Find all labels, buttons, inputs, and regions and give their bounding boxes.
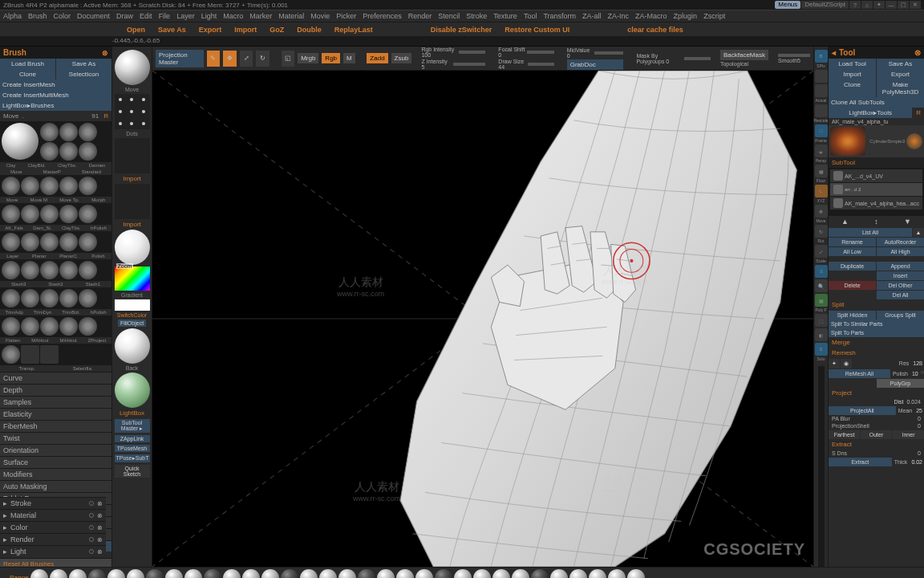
maskpoly-slider[interactable]: Mask By Polygroups 0 [636,53,711,64]
brush-thumb[interactable] [21,233,39,251]
delother-button[interactable]: Del Other [877,281,924,290]
switchcolor-button[interactable]: SwitchColor [117,312,147,318]
brush-thumb[interactable] [79,123,97,141]
alllow-button[interactable]: All Low [829,247,876,256]
subtool-up-icon[interactable]: ▲ [841,218,849,226]
window-pin-icon[interactable]: ✦ [873,1,885,9]
double-button[interactable]: Double [297,26,322,34]
zoom-icon[interactable]: 🔍 [815,279,828,292]
remesh-section[interactable]: Remesh [829,348,924,358]
brush-thumb[interactable] [40,261,59,279]
menu-material[interactable]: Material [278,12,304,20]
duplicate-button[interactable]: Duplicate [829,262,876,271]
brush-thumb[interactable] [2,261,20,279]
rotate-mode-icon[interactable]: ↻ [256,51,270,67]
scale-nav-icon[interactable]: ⤢ [815,245,828,258]
polish-circle-icon[interactable]: ○ [921,369,924,378]
brush-thumb[interactable] [59,142,78,161]
delall-button[interactable]: Del All [877,291,924,299]
autoreorder-button[interactable]: AutoReorder [877,238,924,246]
clone-brush-button[interactable]: Clone [0,69,55,79]
render-palette[interactable]: ▸Render⊗ [0,533,106,545]
subtool-down-icon[interactable]: ▼ [904,218,911,226]
brush-thumb[interactable] [40,317,59,336]
projection-master-button[interactable]: Projection Master [156,50,204,67]
mat-sphere[interactable] [300,569,318,579]
section-orientation[interactable]: Orientation [0,444,111,456]
brush-thumb[interactable] [21,317,39,336]
viewport-scrollbar[interactable] [818,366,825,567]
brush-thumb[interactable] [21,205,39,223]
brush-thumb[interactable] [2,233,20,251]
brush-thumb[interactable] [59,317,78,336]
menu-picker[interactable]: Picker [336,12,356,20]
saveas-brush-button[interactable]: Save As [56,59,111,69]
section-depth[interactable]: Depth [0,384,111,396]
mrgb-toggle[interactable]: Mrgb [298,53,318,63]
load-tool-button[interactable]: Load Tool [829,59,876,69]
brush-thumb[interactable] [79,317,97,336]
brush-thumb[interactable] [79,233,97,251]
polygrp-button[interactable]: PolyGrp [877,379,924,388]
brush-thumb[interactable] [79,142,97,161]
mat-sphere[interactable] [454,569,472,579]
menu-render[interactable]: Render [408,12,432,20]
section-elasticity[interactable]: Elasticity [0,408,111,420]
mat-sphere[interactable] [69,569,87,579]
brush-thumb[interactable] [59,289,78,307]
mat-sphere[interactable] [608,569,626,579]
brush-thumb[interactable] [79,289,97,307]
section-curve[interactable]: Curve [0,372,111,384]
polyframe-icon[interactable]: ▦ [815,294,828,307]
front-light-sphere[interactable] [115,328,150,364]
outer-toggle[interactable]: Outer [861,430,892,439]
delete-button[interactable]: Delete [829,281,876,290]
brush-thumb[interactable] [21,177,39,195]
brush-panel-close-icon[interactable]: ⊗ [102,49,108,57]
brush-selector-slider[interactable]: Move. 91 R [0,111,111,121]
menu-zamacro[interactable]: ZA-Macro [635,12,667,20]
tposemesh-button[interactable]: TPoseMesh [115,445,150,452]
mat-sphere[interactable] [377,569,395,579]
actual-icon[interactable] [815,84,828,97]
transparency-icon[interactable]: ◐ [815,328,828,341]
alpha-preview[interactable] [115,138,150,173]
brush-thumb[interactable] [59,177,78,195]
import-button[interactable]: Import [234,26,257,34]
color-palette[interactable]: ▸Color⊗ [0,521,106,533]
localxyz-icon[interactable]: L [815,185,828,197]
window-help-icon[interactable]: ? [849,1,861,9]
z-intensity-slider[interactable]: Z Intensity 5 [421,59,485,70]
allhigh-button[interactable]: All High [877,247,924,256]
menu-edit[interactable]: Edit [140,12,152,20]
tposesublt-button[interactable]: TPose▸SubT [115,454,150,462]
groupssplit-button[interactable]: Groups Split [877,311,924,320]
solo-icon[interactable]: S [815,343,828,356]
mat-sphere[interactable] [204,569,221,579]
ptsel-icon[interactable]: ⬚ [815,314,828,327]
midvalue-slider[interactable]: MidValue 0 [567,47,624,59]
mat-sphere[interactable] [338,569,356,579]
mat-sphere[interactable] [319,569,337,579]
material-palette[interactable]: ▸Material⊗ [0,509,106,521]
mat-sphere[interactable] [146,569,164,579]
rgb-intensity-slider[interactable]: Rgb Intensity 100 [421,47,485,58]
export-button[interactable]: Export [199,26,222,34]
mat-sphere[interactable] [165,569,183,579]
projectall-button[interactable]: ProjectAll [829,406,896,415]
secondary-color-swatch[interactable] [115,299,150,311]
mat-sphere[interactable] [281,569,298,579]
back-light-sphere[interactable] [115,372,150,408]
splitsimilar-button[interactable]: Split To Similar Parts [829,320,924,328]
selecticon-button[interactable]: SelectIcon [56,69,111,79]
grabdoc-button[interactable]: GrabDoc [567,59,624,70]
section-surface[interactable]: Surface [0,456,111,468]
brush-thumb[interactable] [40,289,59,307]
split-section[interactable]: Split [829,299,924,310]
mat-sphere[interactable] [127,569,144,579]
brush-thumb[interactable] [59,233,78,251]
menu-brush[interactable]: Brush [28,12,47,20]
mat-sphere[interactable] [473,569,491,579]
brush-thumb[interactable] [21,345,39,364]
symmetry-icon[interactable]: ⧖ [815,265,828,278]
